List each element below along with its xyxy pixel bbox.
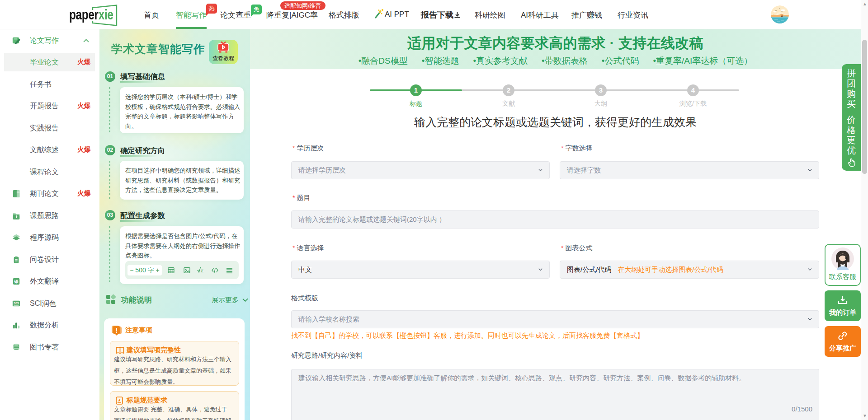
svg-text:SCI: SCI xyxy=(14,302,19,305)
svg-text:译: 译 xyxy=(14,280,19,284)
svg-text:Σ: Σ xyxy=(201,268,204,273)
